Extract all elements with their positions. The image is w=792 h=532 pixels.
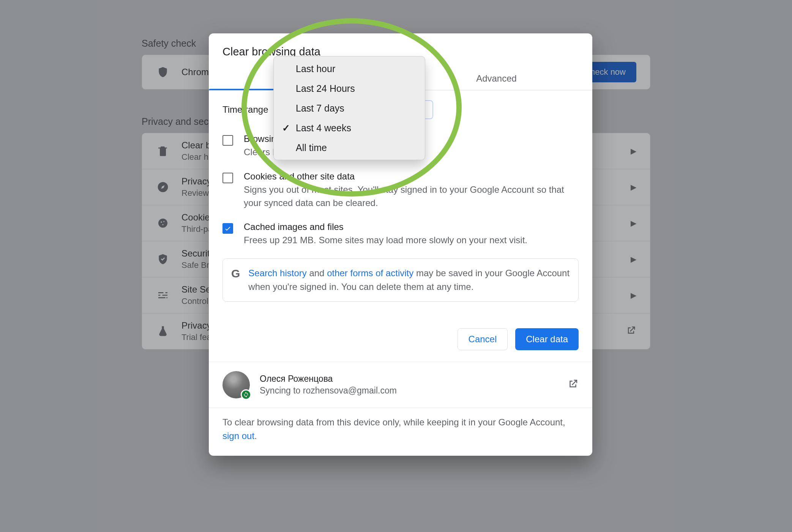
- account-row[interactable]: Олеся Роженцова Syncing to rozhensova@gm…: [209, 362, 592, 408]
- option-sub: Signs you out of most sites. You'll stay…: [244, 183, 579, 210]
- info-mid: and: [307, 268, 327, 278]
- checkbox-cache[interactable]: [222, 223, 233, 234]
- sign-out-link[interactable]: sign out: [222, 431, 254, 441]
- option-cache[interactable]: Cached images and files Frees up 291 MB.…: [222, 216, 579, 253]
- time-option-last-24h[interactable]: Last 24 Hours: [274, 79, 425, 98]
- time-option-label: All time: [296, 140, 327, 155]
- footer-end: .: [254, 431, 257, 441]
- time-option-label: Last 4 weeks: [296, 120, 351, 135]
- launch-icon[interactable]: [567, 378, 579, 391]
- time-option-all-time[interactable]: All time: [274, 138, 425, 157]
- time-option-last-hour[interactable]: Last hour: [274, 59, 425, 79]
- time-option-last-4w[interactable]: Last 4 weeks: [274, 118, 425, 138]
- time-range-label: Time range: [222, 104, 268, 115]
- account-sync-status: Syncing to rozhensova@gmail.com: [260, 386, 397, 396]
- avatar: [222, 371, 250, 398]
- info-text: Search history and other forms of activi…: [248, 266, 570, 294]
- cancel-button[interactable]: Cancel: [458, 328, 508, 350]
- time-option-label: Last 7 days: [296, 101, 344, 116]
- other-activity-link[interactable]: other forms of activity: [327, 268, 413, 278]
- option-title: Cached images and files: [244, 222, 527, 232]
- checkbox-cookies[interactable]: [222, 173, 233, 183]
- google-logo-icon: G: [231, 267, 240, 280]
- time-option-last-7d[interactable]: Last 7 days: [274, 98, 425, 118]
- time-option-label: Last 24 Hours: [296, 81, 355, 96]
- option-title: Cookies and other site data: [244, 171, 579, 182]
- tab-advanced[interactable]: Advanced: [401, 66, 592, 90]
- account-name: Олеся Роженцова: [260, 374, 397, 384]
- clear-data-button[interactable]: Clear data: [515, 328, 579, 350]
- footer-note: To clear browsing data from this device …: [209, 408, 592, 456]
- option-sub: Frees up 291 MB. Some sites may load mor…: [244, 234, 527, 247]
- option-cookies[interactable]: Cookies and other site data Signs you ou…: [222, 165, 579, 216]
- time-range-dropdown: Last hour Last 24 Hours Last 7 days Last…: [273, 56, 425, 160]
- time-option-label: Last hour: [296, 61, 335, 76]
- google-account-info: G Search history and other forms of acti…: [222, 258, 579, 302]
- search-history-link[interactable]: Search history: [248, 268, 306, 278]
- sync-badge-icon: [241, 389, 251, 400]
- checkbox-browsing-history[interactable]: [222, 135, 233, 146]
- footer-pre: To clear browsing data from this device …: [222, 417, 565, 427]
